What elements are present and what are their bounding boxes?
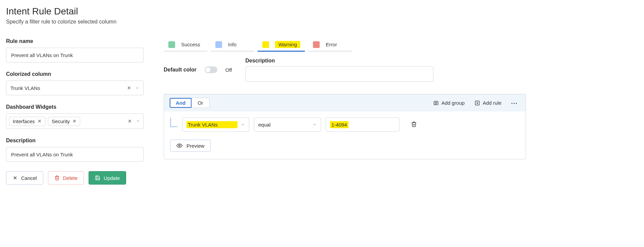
update-button[interactable]: Update [89, 171, 126, 185]
rule-operator-value: equal [258, 122, 309, 128]
widget-tag-label: Interfaces [13, 118, 35, 124]
trash-icon [54, 175, 60, 181]
rule-name-value[interactable] [10, 52, 139, 58]
warning-swatch-icon [262, 41, 269, 48]
preview-button[interactable]: Preview [170, 140, 211, 152]
tree-connector-icon [170, 118, 177, 127]
tab-error-label: Error [326, 42, 337, 47]
chevron-down-icon[interactable] [135, 85, 139, 91]
save-icon [95, 175, 100, 181]
svg-point-9 [179, 145, 180, 147]
delete-rule-button[interactable] [411, 121, 417, 128]
widgets-select[interactable]: Interfaces ✕ Security ✕ ✕ [6, 113, 144, 129]
remove-tag-icon[interactable]: ✕ [38, 118, 42, 124]
tab-warning-label: Warning [275, 41, 300, 48]
rule-value-input[interactable]: 1-4094 [326, 117, 399, 132]
chevron-down-icon[interactable] [241, 122, 245, 128]
description-input[interactable] [6, 147, 144, 162]
default-color-toggle[interactable] [205, 66, 217, 73]
default-color-label: Default color [164, 67, 197, 73]
rule-row: Trunk VLANs equal 1-4094 [170, 117, 520, 132]
tab-info[interactable]: Info [211, 38, 254, 52]
tab-warning[interactable]: Warning [258, 38, 305, 52]
rule-name-label: Rule name [6, 38, 144, 44]
default-color-state: Off [225, 67, 232, 73]
colorized-column-select[interactable]: Trunk VLANs ✕ [6, 81, 144, 95]
right-description-input[interactable] [246, 66, 433, 82]
preview-label: Preview [186, 143, 204, 149]
rule-value-text: 1-4094 [330, 121, 348, 128]
plus-square-icon [475, 100, 480, 106]
list-icon [433, 100, 439, 106]
tab-error[interactable]: Error [308, 38, 352, 52]
info-swatch-icon [215, 41, 222, 48]
description-label: Description [6, 138, 144, 144]
chevron-down-icon[interactable] [313, 122, 317, 128]
success-swatch-icon [168, 41, 175, 48]
delete-button[interactable]: Delete [48, 171, 84, 185]
cancel-label: Cancel [21, 175, 37, 181]
delete-label: Delete [63, 175, 77, 181]
widget-tag[interactable]: Interfaces ✕ [9, 117, 45, 126]
description-value[interactable] [10, 151, 139, 158]
colorized-column-value: Trunk VLANs [10, 85, 124, 91]
chevron-down-icon[interactable] [136, 118, 140, 124]
error-swatch-icon [313, 41, 320, 48]
remove-tag-icon[interactable]: ✕ [72, 118, 76, 124]
widget-tag[interactable]: Security ✕ [48, 117, 80, 126]
or-option[interactable]: Or [192, 98, 209, 108]
update-label: Update [104, 175, 120, 181]
rule-field-select[interactable]: Trunk VLANs [182, 117, 249, 132]
rule-field-value: Trunk VLANs [186, 121, 237, 128]
rule-operator-select[interactable]: equal [254, 117, 321, 132]
andor-toggle[interactable]: And Or [169, 98, 210, 108]
add-group-button[interactable]: Add group [431, 98, 467, 108]
add-group-label: Add group [441, 100, 465, 106]
close-icon [12, 175, 18, 181]
page-subtitle: Specify a filter rule to colorize select… [6, 19, 638, 25]
page-title: Intent Rule Detail [6, 6, 638, 17]
rule-builder: And Or Add group Add rule ⋯ [164, 94, 526, 159]
more-menu-icon[interactable]: ⋯ [509, 99, 520, 107]
trash-icon [411, 121, 417, 127]
cancel-button[interactable]: Cancel [6, 171, 43, 185]
widgets-label: Dashboard Widgets [6, 104, 144, 110]
tab-info-label: Info [228, 42, 236, 47]
add-rule-button[interactable]: Add rule [472, 98, 504, 108]
right-description-label: Description [246, 58, 433, 64]
rule-name-input[interactable] [6, 48, 144, 62]
tab-success[interactable]: Success [164, 38, 207, 52]
clear-icon[interactable]: ✕ [127, 85, 131, 91]
colorized-column-label: Colorized column [6, 71, 144, 77]
clear-all-icon[interactable]: ✕ [128, 118, 132, 124]
eye-icon [176, 143, 182, 149]
add-rule-label: Add rule [483, 100, 501, 106]
and-option[interactable]: And [170, 98, 192, 108]
tab-success-label: Success [181, 42, 200, 47]
widget-tag-label: Security [52, 118, 70, 124]
